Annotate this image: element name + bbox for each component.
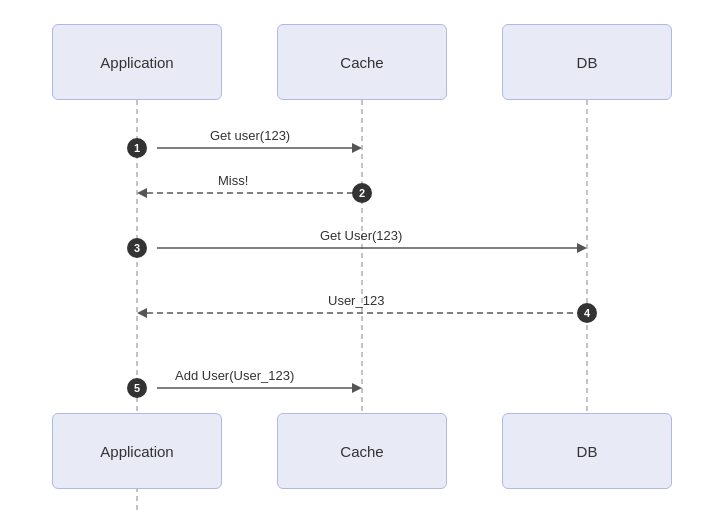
svg-marker-10 — [137, 308, 147, 318]
svg-marker-12 — [352, 383, 362, 393]
svg-marker-8 — [577, 243, 587, 253]
app-bottom-box: Application — [52, 413, 222, 489]
db-top-box: DB — [502, 24, 672, 100]
app-top-box: Application — [52, 24, 222, 100]
step2-label: Miss! — [218, 173, 248, 188]
step5-label: Add User(User_123) — [175, 368, 294, 383]
cache-bottom-box: Cache — [277, 413, 447, 489]
app-bottom-label: Application — [100, 443, 173, 460]
step4-circle: 4 — [577, 303, 597, 323]
diagram-container: Application Cache DB Application Cache D… — [0, 0, 724, 513]
step2-circle: 2 — [352, 183, 372, 203]
db-bottom-label: DB — [577, 443, 598, 460]
step5-circle: 5 — [127, 378, 147, 398]
step1-circle: 1 — [127, 138, 147, 158]
db-bottom-box: DB — [502, 413, 672, 489]
app-top-label: Application — [100, 54, 173, 71]
step4-label: User_123 — [328, 293, 384, 308]
svg-marker-6 — [137, 188, 147, 198]
cache-top-label: Cache — [340, 54, 383, 71]
step1-label: Get user(123) — [210, 128, 290, 143]
step3-circle: 3 — [127, 238, 147, 258]
svg-marker-4 — [352, 143, 362, 153]
cache-top-box: Cache — [277, 24, 447, 100]
db-top-label: DB — [577, 54, 598, 71]
cache-bottom-label: Cache — [340, 443, 383, 460]
step3-label: Get User(123) — [320, 228, 402, 243]
